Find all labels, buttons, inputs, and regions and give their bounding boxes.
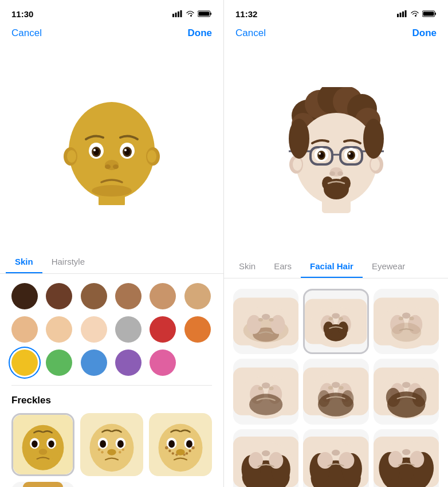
svg-point-108 xyxy=(329,171,335,176)
color-dot-17[interactable] xyxy=(150,349,176,376)
top-nav-right: Cancel Done xyxy=(224,25,448,45)
color-dot-14[interactable] xyxy=(46,349,72,376)
freckle-option-2[interactable] xyxy=(80,413,143,476)
freckle-face-3 xyxy=(149,413,212,476)
svg-rect-74 xyxy=(400,13,402,17)
cancel-button-left[interactable]: Cancel xyxy=(11,28,42,39)
svg-point-164 xyxy=(402,382,411,388)
beard-item-6[interactable] xyxy=(374,359,439,424)
tab-ears-right[interactable]: Ears xyxy=(265,256,301,278)
svg-point-155 xyxy=(328,386,333,390)
color-dot-8[interactable] xyxy=(46,316,72,343)
svg-point-37 xyxy=(100,440,106,447)
svg-point-148 xyxy=(269,387,273,390)
wifi-icon-left xyxy=(186,10,195,17)
signal-icon-left xyxy=(172,10,183,17)
tab-hairstyle-left[interactable]: Hairstyle xyxy=(42,251,94,273)
color-dot-11[interactable] xyxy=(150,316,176,343)
svg-point-183 xyxy=(332,450,340,455)
svg-point-128 xyxy=(332,313,340,319)
color-dot-5[interactable] xyxy=(150,283,176,309)
freckle-face-1 xyxy=(13,415,73,474)
beard-item-2[interactable] xyxy=(303,289,368,354)
beard-item-9[interactable] xyxy=(374,429,439,487)
status-bar-left: 11:30 xyxy=(0,0,223,25)
svg-point-47 xyxy=(160,425,201,462)
svg-point-119 xyxy=(247,315,261,334)
svg-point-55 xyxy=(191,446,195,450)
beard-item-7[interactable] xyxy=(233,429,298,487)
tab-eyewear-right[interactable]: Eyewear xyxy=(363,256,414,278)
color-dot-2[interactable] xyxy=(46,283,72,309)
beard-svg-3 xyxy=(374,289,439,354)
svg-point-130 xyxy=(339,317,343,320)
avatar-area-left xyxy=(0,45,223,251)
svg-point-43 xyxy=(119,451,121,453)
time-left: 11:30 xyxy=(11,9,33,19)
top-nav-left: Cancel Done xyxy=(0,25,223,45)
color-dot-12[interactable] xyxy=(184,316,211,343)
beard-item-8[interactable] xyxy=(303,429,368,487)
svg-point-9 xyxy=(67,150,76,163)
svg-rect-73 xyxy=(397,14,399,17)
color-dot-10[interactable] xyxy=(115,316,142,343)
svg-point-149 xyxy=(249,394,282,415)
freckle-option-4[interactable] xyxy=(11,482,74,487)
divider xyxy=(11,385,212,386)
color-dot-15[interactable] xyxy=(81,349,107,376)
beard-svg-4 xyxy=(233,359,298,424)
svg-point-146 xyxy=(262,383,270,388)
svg-point-22 xyxy=(105,164,111,169)
beard-item-4[interactable] xyxy=(233,359,298,424)
svg-point-133 xyxy=(338,321,348,335)
color-dot-7[interactable] xyxy=(11,316,38,343)
svg-point-154 xyxy=(332,382,340,388)
svg-point-52 xyxy=(165,446,168,450)
time-right: 11:32 xyxy=(235,9,257,19)
svg-point-7 xyxy=(69,102,155,199)
options-area-left: Freckles xyxy=(0,274,223,487)
svg-point-60 xyxy=(176,449,184,455)
svg-point-54 xyxy=(172,452,174,454)
beard-item-1[interactable] xyxy=(233,289,298,354)
svg-point-24 xyxy=(92,185,132,197)
right-panel: 11:32 Cancel Done xyxy=(224,0,448,487)
color-dot-3[interactable] xyxy=(81,283,107,309)
freckle-option-3[interactable] xyxy=(149,413,212,476)
beard-svg-2 xyxy=(305,290,367,352)
tab-skin-left[interactable]: Skin xyxy=(6,251,42,273)
tabs-left: Skin Hairstyle xyxy=(0,251,223,274)
color-dot-16[interactable] xyxy=(115,349,142,376)
svg-point-123 xyxy=(269,318,273,321)
color-dot-13[interactable] xyxy=(11,349,38,376)
freckle-face-2 xyxy=(80,413,143,476)
svg-point-122 xyxy=(258,318,263,321)
svg-point-16 xyxy=(93,149,96,151)
tab-skin-right[interactable]: Skin xyxy=(230,256,265,278)
done-button-right[interactable]: Done xyxy=(412,28,437,39)
freckle-option-1[interactable] xyxy=(11,413,74,476)
color-dot-6[interactable] xyxy=(184,283,211,309)
svg-point-32 xyxy=(39,449,48,454)
color-dot-4[interactable] xyxy=(115,283,142,309)
color-dot-1[interactable] xyxy=(11,283,38,309)
beard-item-5[interactable] xyxy=(303,359,368,424)
svg-point-156 xyxy=(339,386,344,390)
svg-point-121 xyxy=(262,314,270,320)
svg-point-132 xyxy=(324,321,334,335)
freckle-face-4 xyxy=(11,482,74,487)
svg-point-41 xyxy=(101,451,103,453)
svg-point-141 xyxy=(391,323,421,341)
tab-facialhair-right[interactable]: Facial Hair xyxy=(301,256,363,278)
cancel-button-right[interactable]: Cancel xyxy=(235,28,266,39)
svg-rect-78 xyxy=(435,13,436,15)
svg-point-40 xyxy=(98,449,100,451)
svg-rect-6 xyxy=(199,12,210,16)
beard-item-3[interactable] xyxy=(374,289,439,354)
svg-rect-5 xyxy=(210,13,211,15)
svg-point-35 xyxy=(92,425,132,462)
color-dot-9[interactable] xyxy=(81,316,107,343)
svg-point-109 xyxy=(337,171,343,176)
done-button-left[interactable]: Done xyxy=(188,28,213,39)
svg-point-11 xyxy=(147,150,156,163)
